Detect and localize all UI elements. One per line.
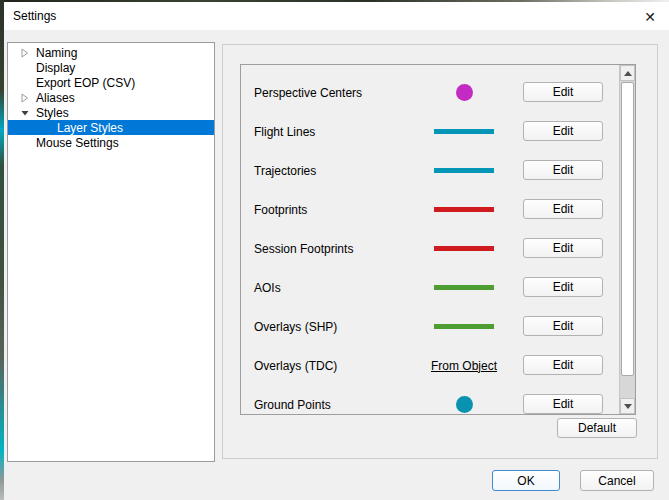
expander-icon[interactable] — [20, 93, 30, 103]
tree-item-label: Layer Styles — [57, 121, 123, 135]
style-swatch — [434, 73, 494, 112]
layer-style-row-flight-lines: Flight Lines Edit — [241, 112, 619, 151]
edit-button[interactable]: Edit — [523, 394, 603, 414]
color-swatch-line — [434, 207, 494, 212]
layer-style-label: AOIs — [254, 281, 281, 295]
tree-item-label: Styles — [36, 106, 69, 120]
tree-item-naming[interactable]: Naming — [8, 45, 214, 60]
vertical-scrollbar[interactable] — [619, 65, 635, 414]
tree-item-aliases[interactable]: Aliases — [8, 90, 214, 105]
layer-style-rows: Perspective Centers Edit Flight Lines Ed… — [241, 73, 619, 415]
tree-item-layer-styles[interactable]: Layer Styles — [8, 120, 214, 135]
scrollbar-up-icon[interactable] — [620, 65, 635, 81]
desktop-background-edge-left — [0, 0, 4, 500]
style-swatch — [434, 151, 494, 190]
color-swatch-circle — [456, 396, 473, 413]
layer-style-label: Flight Lines — [254, 125, 315, 139]
down-arrow-icon — [624, 404, 632, 409]
color-swatch-circle — [456, 84, 473, 101]
window-title: Settings — [13, 9, 56, 23]
style-swatch — [434, 190, 494, 229]
layer-style-row-aois: AOIs Edit — [241, 268, 619, 307]
expander-icon[interactable] — [20, 48, 30, 58]
expander-icon[interactable] — [41, 123, 51, 133]
layer-style-row-session-footprints: Session Footprints Edit — [241, 229, 619, 268]
layer-style-label: Overlays (SHP) — [254, 320, 337, 334]
edit-button[interactable]: Edit — [523, 160, 603, 180]
edit-button[interactable]: Edit — [523, 199, 603, 219]
edit-button[interactable]: Edit — [523, 121, 603, 141]
scrollbar-down-icon[interactable] — [620, 398, 635, 414]
tree-item-label: Aliases — [36, 91, 75, 105]
settings-tree: Naming Display Export EOP (CSV) — [7, 42, 215, 462]
ok-button[interactable]: OK — [492, 470, 560, 491]
layer-style-label: Footprints — [254, 203, 307, 217]
style-swatch — [434, 112, 494, 151]
cancel-button[interactable]: Cancel — [580, 470, 654, 491]
layer-style-label: Trajectories — [254, 164, 316, 178]
expander-icon[interactable] — [20, 138, 30, 148]
from-object-link[interactable]: From Object — [431, 359, 497, 373]
up-arrow-icon — [624, 71, 632, 76]
titlebar: Settings ✕ — [4, 2, 669, 30]
layer-style-label: Session Footprints — [254, 242, 353, 256]
layer-style-row-footprints: Footprints Edit — [241, 190, 619, 229]
layer-style-label: Perspective Centers — [254, 86, 362, 100]
tree-item-export-eop-csv[interactable]: Export EOP (CSV) — [8, 75, 214, 90]
layer-style-row-trajectories: Trajectories Edit — [241, 151, 619, 190]
layer-style-row-perspective-centers: Perspective Centers Edit — [241, 73, 619, 112]
edit-button[interactable]: Edit — [523, 82, 603, 102]
edit-button[interactable]: Edit — [523, 238, 603, 258]
layer-style-row-overlays-tdc: Overlays (TDC) From Object Edit — [241, 346, 619, 385]
expander-icon[interactable] — [20, 108, 30, 118]
layer-styles-scroll-area: Perspective Centers Edit Flight Lines Ed… — [240, 64, 636, 415]
style-swatch — [434, 229, 494, 268]
tree-item-label: Display — [36, 61, 75, 75]
style-swatch — [434, 268, 494, 307]
edit-button[interactable]: Edit — [523, 277, 603, 297]
default-button[interactable]: Default — [557, 418, 637, 438]
tree-item-label: Naming — [36, 46, 77, 60]
tree-item-mouse-settings[interactable]: Mouse Settings — [8, 135, 214, 150]
expander-icon[interactable] — [20, 63, 30, 73]
color-swatch-line — [434, 129, 494, 134]
tree-item-label: Export EOP (CSV) — [36, 76, 135, 90]
color-swatch-line — [434, 246, 494, 251]
layer-style-label: Overlays (TDC) — [254, 359, 337, 373]
style-swatch — [434, 307, 494, 346]
color-swatch-line — [434, 285, 494, 290]
edit-button[interactable]: Edit — [523, 316, 603, 336]
color-swatch-line — [434, 168, 494, 173]
expander-icon[interactable] — [20, 78, 30, 88]
edit-button[interactable]: Edit — [523, 355, 603, 375]
tree-item-label: Mouse Settings — [36, 136, 119, 150]
style-swatch — [434, 385, 494, 415]
color-swatch-line — [434, 324, 494, 329]
tree-item-styles[interactable]: Styles — [8, 105, 214, 120]
layer-style-row-overlays-shp: Overlays (SHP) Edit — [241, 307, 619, 346]
tree-item-display[interactable]: Display — [8, 60, 214, 75]
layer-style-label: Ground Points — [254, 398, 331, 412]
layer-style-row-ground-points: Ground Points Edit — [241, 385, 619, 415]
style-swatch: From Object — [434, 346, 494, 385]
close-icon[interactable]: ✕ — [638, 6, 662, 28]
scrollbar-thumb[interactable] — [621, 82, 634, 376]
